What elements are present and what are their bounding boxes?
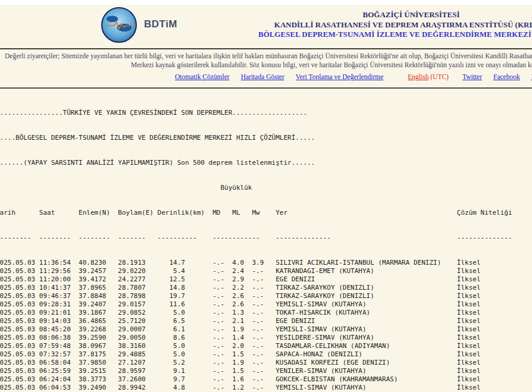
nav-divider: [0, 87, 532, 89]
nav-english-group: English (UTC): [408, 73, 449, 80]
nav-link-veri-toplama[interactable]: Veri Toplama ve Değerlendirme: [296, 73, 383, 80]
magnitude-group-label: Büyüklük: [0, 184, 532, 192]
table-row: 2025.05.03 10:41:37 37.8965 28.7807 14.8…: [0, 284, 532, 292]
nav-link-otomatik-cozumler[interactable]: Otomatik Çözümler: [175, 73, 230, 80]
preamble-line-2: .....BÖLGESEL DEPREM-TSUNAMİ İZLEME VE D…: [0, 134, 532, 142]
institution-title: BOĞAZİÇİ ÜNİVERSİTESİ KANDİLLİ RASATHANE…: [258, 10, 532, 40]
table-row: 2025.05.03 06:58:04 37.9850 27.1207 5.2 …: [0, 359, 532, 367]
table-row: 2025.05.03 11:36:54 40.8230 28.1913 14.7…: [0, 259, 532, 267]
table-row: 2025.05.03 06:04:53 39.2490 28.9942 4.8 …: [0, 384, 532, 392]
copyright-line-2: Merkezi kaynak gösterilerek kullanılabil…: [131, 61, 532, 68]
table-body: 2025.05.03 11:36:54 40.8230 28.1913 14.7…: [0, 259, 532, 267]
title-center: BÖLGESEL DEPREM-TSUNAMİ İZLEME VE DEĞERL…: [258, 30, 532, 40]
globe-logo-icon: [101, 7, 137, 43]
nav-link-twitter[interactable]: Twitter: [462, 73, 482, 80]
table-row: 2025.05.03 09:28:31 39.2407 29.0157 11.6…: [0, 300, 532, 309]
header-divider: [0, 48, 532, 49]
logo-wordmark: BDTiM: [144, 18, 177, 30]
table-row: 2025.05.03 06:25:59 39.2515 28.9597 9.1 …: [0, 367, 532, 375]
table-row: 2025.05.03 07:32:57 37.8175 29.4885 5.0 …: [0, 350, 532, 359]
koeri-earthquake-page: BDTiM BOĞAZİÇİ ÜNİVERSİTESİ KANDİLLİ RAS…: [0, 0, 532, 392]
title-observatory: KANDİLLİ RASATHANESİ VE DEPREM ARAŞTIRMA…: [258, 20, 532, 30]
copyright-line-1: Değerli ziyaretçiler; Sitemizde yayımlan…: [5, 52, 532, 59]
seismogram-icon: [106, 21, 134, 30]
preamble-line-3: .......(YAPAY SARSINTI ANALİZİ YAPILMAMI…: [0, 159, 532, 167]
nav-link-facebook[interactable]: Facebook: [493, 73, 520, 80]
table-row: 2025.05.03 09:21:01 39.1867 29.0852 5.0 …: [0, 309, 532, 317]
table-header-row: Tarih Saat Enlem(N) Boylam(E) Derinlik(k…: [0, 209, 532, 217]
nav-links: Otomatik Çözümler Haritada Göster Veri T…: [175, 73, 532, 80]
table-row: 2025.05.03 07:59:48 38.0967 38.3160 5.0 …: [0, 342, 532, 350]
nav-link-english[interactable]: English: [408, 73, 428, 80]
utc-label: (UTC): [430, 73, 449, 80]
table-row: 2025.05.03 09:46:37 37.8848 28.7898 19.7…: [0, 292, 532, 300]
earthquake-table: .................TÜRKİYE VE YAKIN ÇEVRES…: [0, 92, 532, 284]
table-row: 2025.05.03 09:14:03 36.4865 25.7120 6.5 …: [0, 317, 532, 325]
nav-link-haritada-goster[interactable]: Haritada Göster: [241, 73, 284, 80]
bdtim-logo[interactable]: BDTiM: [101, 7, 250, 46]
table-row: 2025.05.03 11:20:00 39.4172 24.2277 12.5…: [0, 275, 532, 284]
table-row: 2025.05.03 11:29:56 39.2457 29.0220 5.4 …: [0, 267, 532, 275]
preamble-line-1: .................TÜRKİYE VE YAKIN ÇEVRES…: [0, 109, 532, 117]
table-row: 2025.05.03 06:24:04 38.3773 37.2600 9.7 …: [0, 375, 532, 384]
table-row: 2025.05.03 08:45:20 39.2268 29.0007 6.1 …: [0, 325, 532, 334]
table-separator-row: --------- -------- -------- ------- ----…: [0, 234, 532, 242]
title-university: BOĞAZİÇİ ÜNİVERSİTESİ: [258, 10, 532, 20]
table-row: 2025.05.03 08:06:38 39.2590 29.0050 8.6 …: [0, 334, 532, 342]
